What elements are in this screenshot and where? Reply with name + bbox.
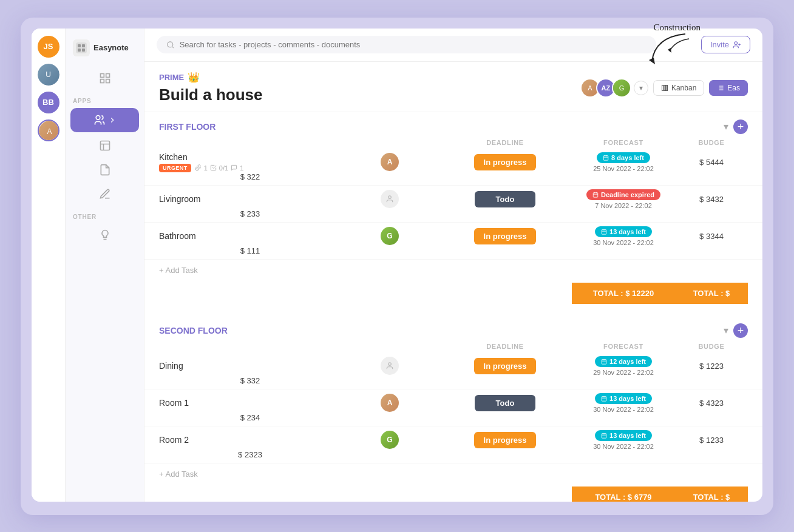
table-area[interactable]: FIRST FLOOR ▾ + DEADLINE FORECAST BUDGE	[144, 112, 762, 502]
section-collapse-btn-first[interactable]: ▾	[724, 121, 728, 132]
task-name: Room 2	[159, 435, 341, 445]
total-row-first: TOTAL : $ 12220 TOTAL : $	[144, 283, 762, 304]
assignee-avatar: G	[381, 227, 399, 245]
forecast-cell: $ 4323	[675, 399, 748, 408]
sidebar-item-board[interactable]	[66, 133, 144, 158]
budget-cell: $ 234	[159, 413, 341, 422]
assignee-cell: A	[341, 394, 438, 412]
invite-icon	[733, 41, 741, 49]
deadline-badge: 12 days left	[595, 356, 652, 367]
total-budget-first: TOTAL : $	[675, 283, 748, 304]
status-badge: Todo	[475, 395, 535, 411]
status-cell[interactable]: Todo	[438, 395, 572, 411]
add-task-btn-first[interactable]: + Add Task	[159, 266, 198, 275]
status-badge: In progress	[474, 432, 537, 448]
user-avatar-2[interactable]: U	[38, 64, 59, 86]
budget-cell: $ 111	[159, 246, 341, 255]
total-row-second: TOTAL : $ 6779 TOTAL : $	[144, 487, 762, 502]
user-avatar-js[interactable]: JS	[38, 36, 59, 58]
project-name: Build a house	[159, 86, 262, 104]
sidebar-item-projects-active[interactable]	[70, 108, 139, 132]
status-cell[interactable]: Todo	[438, 191, 572, 207]
sidebar-item-bulb[interactable]	[66, 223, 144, 247]
svg-rect-11	[100, 141, 109, 150]
task-name: Dining	[159, 361, 341, 371]
status-badge: Todo	[475, 191, 535, 207]
svg-point-10	[96, 115, 100, 120]
invite-button[interactable]: Invite	[701, 36, 750, 53]
forecast-cell: $ 1233	[675, 436, 748, 445]
deadline-date: 29 Nov 2022 - 22:02	[593, 369, 654, 376]
project-title-block: PRIME 👑 Build a house	[159, 72, 262, 104]
add-task-btn-second[interactable]: + Add Task	[159, 470, 198, 479]
section-title-first-floor: FIRST FLOOR	[159, 122, 719, 132]
deadline-date: 7 Nov 2022 - 22:02	[595, 202, 652, 209]
sidebar-item-docs[interactable]	[66, 158, 144, 182]
total-forecast-second: TOTAL : $ 6779	[572, 487, 675, 502]
svg-rect-47	[602, 396, 606, 401]
outer-frame: Construction JS U BB A Easynote	[21, 18, 773, 515]
list-icon	[717, 84, 724, 92]
section-collapse-btn-second[interactable]: ▾	[724, 325, 728, 336]
total-budget-second: TOTAL : $	[675, 487, 748, 502]
app-window: JS U BB A Easynote APPS	[32, 29, 762, 502]
forecast-cell: $ 3344	[675, 232, 748, 241]
status-cell[interactable]: In progress	[438, 358, 572, 374]
project-avatar-3[interactable]: G	[612, 78, 631, 98]
status-cell[interactable]: In progress	[438, 228, 572, 244]
task-row[interactable]: Dining In progress	[144, 352, 762, 389]
task-row[interactable]: Kitchen URGENT 1 0/1 1	[144, 149, 762, 186]
sidebar-item-grid[interactable]	[66, 66, 144, 90]
sidebar: Easynote APPS OTHER	[66, 29, 144, 502]
assignee-avatar: A	[381, 394, 399, 412]
user-avatar-active[interactable]: A	[38, 120, 59, 141]
section-add-btn-second[interactable]: +	[733, 323, 748, 338]
status-cell[interactable]: In progress	[438, 154, 572, 170]
task-name: Livingroom	[159, 194, 341, 204]
prime-badge: PRIME 👑	[159, 72, 262, 83]
assignee-cell: G	[341, 227, 438, 245]
svg-rect-7	[106, 73, 109, 77]
svg-rect-38	[602, 229, 606, 234]
task-badges: URGENT 1 0/1 1	[159, 164, 341, 172]
assignee-cell	[341, 357, 438, 375]
task-row[interactable]: Bathroom G In progress	[144, 223, 762, 260]
assignee-empty	[381, 357, 399, 375]
deadline-badge: 8 days left	[597, 152, 650, 163]
project-header: PRIME 👑 Build a house A AZ G ▾	[144, 62, 762, 112]
deadline-badge: 13 days left	[595, 393, 652, 404]
easynote-view-btn[interactable]: Eas	[709, 80, 748, 96]
svg-rect-22	[666, 85, 667, 90]
section-add-btn-first[interactable]: +	[733, 120, 748, 134]
deadline-date: 30 Nov 2022 - 22:02	[593, 406, 654, 413]
section-second-floor: SECOND FLOOR ▾ + DEADLINE FORECAST BUDGE	[144, 316, 762, 502]
kanban-view-btn[interactable]: Kanban	[653, 80, 704, 96]
avatars-group: A AZ G ▾	[580, 78, 648, 98]
search-input[interactable]	[180, 40, 646, 49]
project-actions: A AZ G ▾ Kanban Eas	[580, 78, 748, 98]
section-title-second-floor: SECOND FLOOR	[159, 326, 719, 335]
status-badge: In progress	[474, 358, 537, 374]
budget-cell: $ 233	[159, 209, 341, 218]
task-row[interactable]: Room 2 G In progress	[144, 426, 762, 463]
task-name-cell: Bathroom	[159, 231, 341, 241]
logo-text: Easynote	[93, 43, 129, 52]
task-name-cell: Room 1	[159, 398, 341, 408]
task-name-cell: Room 2	[159, 435, 341, 445]
svg-rect-1	[76, 42, 87, 53]
search-bar[interactable]	[157, 36, 656, 53]
status-cell[interactable]: In progress	[438, 432, 572, 448]
task-row[interactable]: Room 1 A Todo	[144, 389, 762, 426]
svg-point-42	[389, 363, 392, 366]
budget-cell: $ 2323	[159, 450, 341, 459]
deadline-badge: 13 days left	[595, 430, 652, 441]
svg-point-17	[735, 41, 738, 44]
sidebar-item-pen[interactable]	[66, 182, 144, 206]
deadline-date: 30 Nov 2022 - 22:02	[593, 239, 654, 246]
task-name-cell: Dining	[159, 361, 341, 371]
svg-point-14	[168, 41, 173, 47]
deadline-badge: 13 days left	[595, 226, 652, 237]
avatars-expand-btn[interactable]: ▾	[634, 81, 648, 95]
task-row[interactable]: Livingroom Todo	[144, 186, 762, 223]
user-avatar-bb[interactable]: BB	[38, 92, 59, 113]
